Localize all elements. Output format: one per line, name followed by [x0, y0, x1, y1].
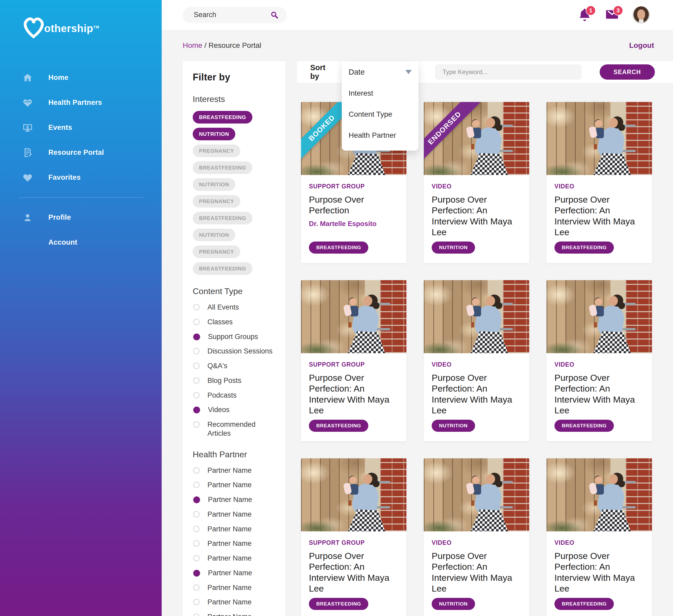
sidebar-item-favorites[interactable]: Favorites: [0, 165, 162, 190]
radio-option[interactable]: All Events: [193, 303, 276, 312]
card-tag[interactable]: BREASTFEEDING: [554, 242, 614, 254]
radio-option[interactable]: Partner Name: [193, 510, 276, 519]
radio-option[interactable]: Partner Name: [193, 496, 276, 504]
search-icon[interactable]: [270, 11, 279, 19]
interest-tag[interactable]: BREASTFEEDING: [193, 212, 252, 225]
sort-select[interactable]: Date: [342, 61, 419, 83]
interest-tag[interactable]: NUTRITION: [193, 229, 235, 241]
topbar-actions: 1 3: [578, 6, 673, 24]
app-logo[interactable]: othershipTM: [0, 0, 162, 39]
breadcrumb-current: Resource Portal: [208, 41, 261, 49]
content-type-options: All Events Classes Support Groups Discus…: [193, 303, 276, 438]
radio-option[interactable]: Partner Name: [193, 554, 276, 563]
breadcrumb-home-link[interactable]: Home: [183, 41, 202, 49]
radio-option[interactable]: Partner Name: [193, 583, 276, 592]
interest-tag[interactable]: BREASTFEEDING: [193, 262, 252, 275]
card-photo: [546, 102, 652, 175]
card-tag[interactable]: BREASTFEEDING: [309, 598, 368, 610]
card-type-label: VIDEO: [554, 539, 575, 546]
card-tag[interactable]: NUTRITION: [432, 420, 475, 432]
card-photo: [424, 458, 529, 531]
radio-option[interactable]: Partner Name: [193, 481, 276, 490]
heart-logo-icon: [20, 14, 46, 39]
interest-tag[interactable]: NUTRITION: [193, 128, 235, 140]
resource-card[interactable]: SUPPORT GROUP Purpose Over Perfection: A…: [301, 280, 406, 441]
radio-option[interactable]: Blog Posts: [193, 376, 276, 385]
notifications-badge: 1: [586, 6, 596, 15]
radio-icon: [193, 511, 200, 518]
card-tag[interactable]: BREASTFEEDING: [554, 598, 614, 610]
radio-option[interactable]: Podcasts: [193, 391, 276, 400]
keyword-input[interactable]: [436, 68, 581, 76]
sort-option-health-partner[interactable]: Health Partner: [342, 125, 419, 146]
resource-card[interactable]: SUPPORT GROUP Purpose Over Perfection: A…: [301, 458, 406, 616]
radio-option[interactable]: Discussion Sessions: [193, 347, 276, 356]
sidebar-item-label: Account: [48, 238, 77, 247]
logo-tm: TM: [93, 25, 99, 29]
card-tag[interactable]: BREASTFEEDING: [554, 420, 614, 432]
card-type-label: VIDEO: [432, 539, 452, 546]
card-title: Purpose Over Perfection: An Interview Wi…: [554, 551, 644, 594]
sidebar-item-profile[interactable]: Profile: [0, 205, 162, 230]
radio-option[interactable]: Partner Name: [193, 525, 276, 534]
resource-card[interactable]: VIDEO Purpose Over Perfection: An Interv…: [546, 458, 652, 616]
sidebar-item-account[interactable]: Account: [0, 230, 162, 255]
radio-icon: [193, 304, 200, 310]
card-body: VIDEO Purpose Over Perfection: An Interv…: [424, 531, 529, 616]
resource-card[interactable]: ENDORSED VIDEO Purpose Over Perfection: …: [424, 102, 529, 263]
resource-card[interactable]: VIDEO Purpose Over Perfection: An Interv…: [546, 280, 652, 441]
radio-icon: [193, 540, 200, 547]
interest-tag[interactable]: BREASTFEEDING: [193, 162, 252, 174]
sidebar-item-home[interactable]: Home: [0, 65, 162, 90]
card-body: VIDEO Purpose Over Perfection: An Interv…: [546, 353, 652, 441]
radio-icon: [193, 319, 200, 325]
user-avatar[interactable]: [633, 6, 650, 24]
logout-link[interactable]: Logout: [629, 41, 654, 50]
interest-tag[interactable]: NUTRITION: [193, 178, 235, 191]
resource-card[interactable]: VIDEO Purpose Over Perfection: An Interv…: [546, 102, 652, 263]
radio-option[interactable]: Recommended Articles: [193, 420, 276, 438]
resource-card[interactable]: VIDEO Purpose Over Perfection: An Interv…: [424, 458, 529, 616]
interest-tag[interactable]: BREASTFEEDING: [193, 111, 252, 123]
card-title: Purpose Over Perfection: [309, 194, 399, 216]
sort-by-label: Sort by: [310, 63, 335, 81]
interest-tag[interactable]: PREGNANCY: [193, 144, 240, 157]
radio-option[interactable]: Partner Name: [193, 539, 276, 548]
radio-icon: [193, 392, 200, 398]
sort-option-content-type[interactable]: Content Type: [342, 104, 419, 125]
radio-option[interactable]: Partner Name: [193, 466, 276, 475]
sort-selected-value: Date: [349, 68, 365, 76]
card-tag[interactable]: NUTRITION: [432, 598, 475, 610]
sort-dropdown-open: Date Interest Content Type Health Partne…: [342, 61, 419, 150]
radio-option[interactable]: Partner Name: [193, 598, 276, 607]
radio-option[interactable]: Classes: [193, 318, 276, 327]
card-type-label: SUPPORT GROUP: [309, 183, 365, 190]
sort-option-interest[interactable]: Interest: [342, 83, 419, 104]
resource-card[interactable]: VIDEO Purpose Over Perfection: An Interv…: [424, 280, 529, 441]
card-tag[interactable]: BREASTFEEDING: [309, 420, 368, 432]
sidebar-item-events[interactable]: Events: [0, 115, 162, 140]
sidebar-item-health-partners[interactable]: Health Partners: [0, 90, 162, 115]
radio-option[interactable]: Support Groups: [193, 332, 276, 341]
search-button[interactable]: SEARCH: [600, 64, 655, 80]
radio-option[interactable]: Videos: [193, 405, 276, 414]
radio-option[interactable]: Q&A's: [193, 362, 276, 370]
card-tag[interactable]: NUTRITION: [432, 242, 475, 254]
card-tag[interactable]: BREASTFEEDING: [309, 242, 368, 254]
messages-button[interactable]: 3: [605, 8, 620, 22]
radio-option[interactable]: Partner Name: [193, 569, 276, 578]
sidebar-item-resource-portal[interactable]: Resource Portal: [0, 140, 162, 165]
radio-option[interactable]: Partner Name: [193, 613, 276, 616]
card-photo: [301, 280, 406, 353]
health-partner-section-title: Health Partner: [193, 449, 276, 459]
card-author: Dr. Martelle Esposito: [309, 220, 377, 228]
card-body: SUPPORT GROUP Purpose Over Perfection Dr…: [301, 175, 406, 263]
radio-icon: [193, 377, 200, 384]
radio-icon: [193, 599, 200, 605]
interest-tag[interactable]: PREGNANCY: [193, 195, 240, 208]
card-title: Purpose Over Perfection: An Interview Wi…: [554, 372, 644, 416]
card-photo: ENDORSED: [424, 102, 529, 175]
notifications-button[interactable]: 1: [578, 8, 593, 22]
main-area: 1 3 Home / Resource Portal Logout Filter…: [162, 0, 673, 616]
interest-tag[interactable]: PREGNANCY: [193, 246, 240, 258]
